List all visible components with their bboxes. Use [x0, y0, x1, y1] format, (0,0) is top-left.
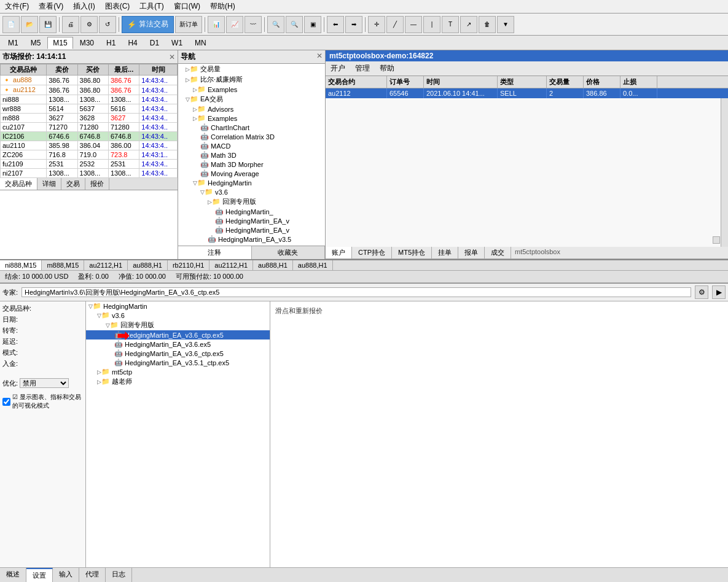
chart-tab[interactable]: au888,H1 — [128, 260, 168, 270]
nav-item[interactable]: ▷ 📁Examples — [178, 114, 325, 123]
expert-tree-item[interactable]: ▽ 📁HedgingMartin — [86, 301, 270, 311]
market-row[interactable]: ZC206716.8719.0723.814:43:1.. — [1, 150, 178, 160]
btab-log[interactable]: 日志 — [106, 568, 132, 582]
nav-item[interactable]: 🤖Correlation Matrix 3D — [178, 132, 325, 141]
tab-w1[interactable]: W1 — [166, 37, 188, 49]
nav-close-btn[interactable]: ✕ — [316, 52, 323, 62]
btab-agent[interactable]: 代理 — [79, 568, 106, 582]
expert-tree-item[interactable]: 🤖HedgingMartin_EA_v3.5.1_ctp.ex5 — [86, 358, 270, 367]
nav-item[interactable]: 🤖HedgingMartin_EA_v — [178, 225, 325, 235]
toolbar-zoom-fit[interactable]: ▣ — [304, 16, 321, 33]
trade-menu-help[interactable]: 帮助 — [377, 63, 397, 74]
market-row[interactable]: 🔸 au2112386.76386.80386.7614:43:4.. — [1, 85, 178, 95]
toolbar-properties[interactable]: ⚙ — [80, 16, 98, 33]
trade-btab-mt5[interactable]: MT5持仓 — [392, 247, 432, 258]
trade-btab-deals[interactable]: 成交 — [485, 247, 511, 258]
nav-item[interactable]: 🤖Moving Average — [178, 169, 325, 178]
nav-item[interactable]: 🤖Math 3D — [178, 150, 325, 160]
tab-m5[interactable]: M5 — [25, 37, 47, 49]
algo-trading-btn[interactable]: ⚡ 算法交易 — [122, 16, 174, 33]
expert-tree-item[interactable]: ▽ 📁v3.6 — [86, 311, 270, 320]
nav-item[interactable]: ▷ 📁Advisors — [178, 104, 325, 114]
chart-tab[interactable]: au2112,H1 — [84, 260, 128, 270]
toolbar-text[interactable]: T — [442, 16, 459, 33]
toolbar-refresh[interactable]: ↺ — [99, 16, 116, 33]
market-row[interactable]: au2110385.98386.04386.0014:43:4.. — [1, 141, 178, 150]
trade-scrollbar[interactable] — [721, 98, 728, 247]
expert-tree-item[interactable]: ▷ 📁越老师 — [86, 376, 270, 387]
menu-view[interactable]: 查看(V) — [36, 0, 66, 13]
market-row[interactable]: ni21071308...1308...1308...14:43:4.. — [1, 169, 178, 178]
tab-h4[interactable]: H4 — [122, 37, 143, 49]
trade-hscroll[interactable] — [713, 236, 720, 244]
tab-m30[interactable]: M30 — [74, 37, 100, 49]
trade-btab-account[interactable]: 账户 — [326, 247, 352, 258]
tab-m15[interactable]: M15 — [47, 37, 72, 49]
market-row[interactable]: m88836273628362714:43:4.. — [1, 114, 178, 123]
tab-d1[interactable]: D1 — [144, 37, 165, 49]
expert-visualize-check[interactable] — [2, 398, 10, 406]
expert-icon1[interactable]: ⚙ — [695, 285, 708, 299]
tab-m1[interactable]: M1 — [2, 37, 24, 49]
toolbar-right[interactable]: ➡ — [345, 16, 362, 33]
chart-tab[interactable]: m888,M15 — [42, 260, 84, 270]
toolbar-chart3[interactable]: 〰 — [245, 16, 262, 33]
market-row[interactable]: 🔸 au888386.76386.80386.7614:43:4.. — [1, 76, 178, 85]
chart-tab[interactable]: au888,H1 — [293, 260, 333, 270]
market-row[interactable]: ni8881308...1308...1308...14:43:4.. — [1, 95, 178, 104]
menu-insert[interactable]: 插入(I) — [71, 0, 97, 13]
menu-file[interactable]: 文件(F) — [2, 0, 31, 13]
expert-icon2[interactable]: ▶ — [712, 285, 726, 299]
nav-item[interactable]: 🤖HedgingMartin_EA_v — [178, 216, 325, 225]
menu-chart[interactable]: 图表(C) — [103, 0, 133, 13]
menu-tools[interactable]: 工具(T) — [137, 0, 166, 13]
toolbar-zoom-out[interactable]: 🔍 — [286, 16, 303, 33]
toolbar-save[interactable]: 💾 — [39, 16, 57, 33]
trade-menu-open[interactable]: 开户 — [328, 63, 348, 74]
toolbar-new[interactable]: 📄 — [2, 16, 20, 33]
nav-item[interactable]: 🤖Math 3D Morpher — [178, 160, 325, 169]
market-tab-quote[interactable]: 报价 — [85, 178, 109, 190]
nav-tab-comments[interactable]: 注释 — [178, 246, 252, 259]
nav-item[interactable]: ▷ 📁Examples — [178, 85, 325, 94]
tab-mn[interactable]: MN — [189, 37, 212, 49]
toolbar-crosshair[interactable]: ✛ — [368, 16, 385, 33]
toolbar-print[interactable]: 🖨 — [62, 16, 79, 33]
trade-btab-pending[interactable]: 挂单 — [432, 247, 458, 258]
toolbar-hline[interactable]: — — [405, 16, 422, 33]
toolbar-arrow[interactable]: ↗ — [460, 16, 477, 33]
menu-window[interactable]: 窗口(W) — [171, 0, 203, 13]
tab-h1[interactable]: H1 — [101, 37, 121, 49]
trade-btab-ctp[interactable]: CTP持仓 — [352, 247, 392, 258]
btab-settings[interactable]: 设置 — [26, 568, 53, 582]
toolbar-vline[interactable]: | — [423, 16, 440, 33]
expert-tree-item[interactable]: 🤖HedgingMartin_EA_v3.6_ctp.ex5 — [86, 349, 270, 358]
market-row[interactable]: wr88856145637561614:43:4.. — [1, 104, 178, 114]
nav-item[interactable]: 🤖HedgingMartin_ — [178, 207, 325, 216]
toolbar-chart1[interactable]: 📊 — [208, 16, 225, 33]
toolbar-left[interactable]: ⬅ — [327, 16, 344, 33]
toolbar-more[interactable]: ▼ — [497, 16, 514, 33]
market-tab-trade[interactable]: 交易 — [61, 178, 85, 190]
toolbar-zoom-in[interactable]: 🔍 — [267, 16, 284, 33]
nav-item[interactable]: ▽ 📁HedgingMartin — [178, 178, 325, 187]
market-row[interactable]: cu210771270712807128014:43:4.. — [1, 123, 178, 132]
toolbar-line[interactable]: ╱ — [386, 16, 404, 33]
nav-item[interactable]: ▷ 📁交易量 — [178, 64, 325, 74]
expert-tree-item[interactable]: 🤖HedgingMartin_EA_v3.6_ctp.ex5 — [86, 330, 270, 340]
expert-tree-item[interactable]: ▷ 📁mt5ctp — [86, 367, 270, 376]
nav-item[interactable]: ▽ 📁EA交易 — [178, 94, 325, 104]
chart-tab[interactable]: rb2110,H1 — [168, 260, 209, 270]
nav-item[interactable]: 🤖MACD — [178, 141, 325, 150]
expert-optimize-select[interactable]: 禁用 — [20, 378, 69, 388]
toolbar-chart2[interactable]: 📈 — [226, 16, 243, 33]
chart-tab[interactable]: au2112,H1 — [209, 260, 253, 270]
chart-tab[interactable]: ni888,M15 — [0, 260, 42, 270]
market-tab-symbol[interactable]: 交易品种 — [0, 178, 37, 190]
expert-tree-item[interactable]: 🤖HedgingMartin_EA_v3.6.ex5 — [86, 340, 270, 349]
nav-item[interactable]: ▷ 📁回测专用版 — [178, 196, 325, 207]
toolbar-new-order[interactable]: 新订单 — [175, 16, 202, 33]
trade-btab-orders[interactable]: 报单 — [458, 247, 485, 258]
trade-menu-manage[interactable]: 管理 — [353, 63, 372, 74]
market-row[interactable]: fu210925312532253114:43:4.. — [1, 160, 178, 169]
